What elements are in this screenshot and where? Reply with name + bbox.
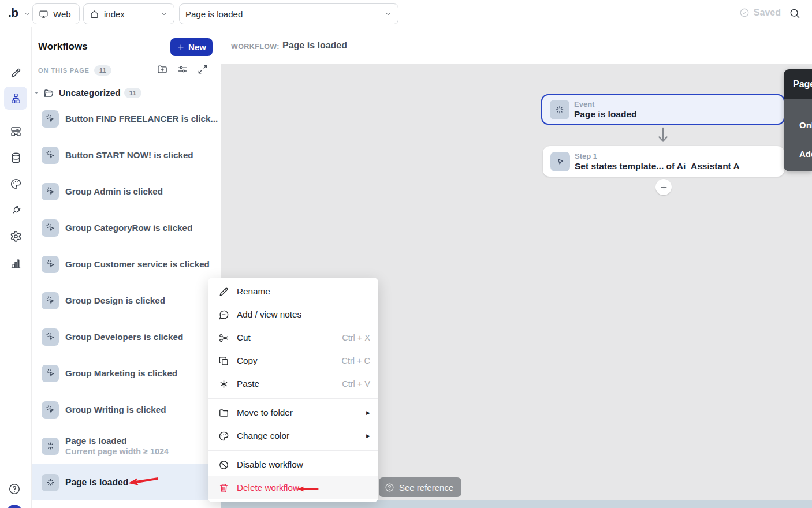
add-step-button[interactable]: [655, 179, 672, 195]
workflow-item[interactable]: Group Writing is clicked: [32, 391, 221, 428]
trash-icon: [218, 483, 229, 494]
rail-item-design[interactable]: [4, 61, 27, 84]
saved-label: Saved: [754, 8, 781, 18]
folder-count-badge: 11: [124, 88, 141, 98]
cursor-click-icon: [42, 147, 59, 164]
property-panel-item[interactable]: Add: [799, 149, 812, 159]
folder-uncategorized[interactable]: Uncategorized 11: [32, 85, 221, 101]
workflow-item[interactable]: Button FIND FREELANCER is click...: [32, 100, 221, 137]
workflow-item[interactable]: Button START NOW! is clicked: [32, 137, 221, 173]
workflow-item[interactable]: Group Admin is clicked: [32, 173, 221, 210]
workflow-item-label: Page is loaded: [65, 477, 128, 488]
menu-item-move-to-folder[interactable]: Move to folder▶: [208, 401, 378, 424]
plug-icon: [10, 204, 22, 216]
platform-dropdown-label: Web: [53, 9, 71, 19]
rail-item-settings[interactable]: [4, 225, 27, 248]
folder-name: Uncategorized: [59, 88, 121, 98]
event-kicker: Event: [574, 100, 637, 109]
pencil-icon: [10, 67, 22, 79]
menu-item-label: Copy: [237, 356, 258, 366]
new-workflow-button[interactable]: New: [170, 38, 213, 56]
gear-icon: [10, 230, 22, 242]
spinner-icon: [42, 474, 59, 491]
panel-tools: [157, 64, 208, 75]
logo-chevron-down-icon[interactable]: [23, 10, 31, 18]
bubble-logo[interactable]: .b: [8, 6, 18, 20]
rail-item-reusable-elements[interactable]: [4, 119, 27, 143]
step-kicker: Step 1: [575, 152, 740, 161]
chevron-down-icon: [160, 10, 168, 18]
cursor-click-icon: [42, 328, 59, 346]
workflow-item-label: Group Admin is clicked: [65, 186, 163, 197]
see-reference-label: See reference: [399, 483, 453, 492]
pencil-icon: [218, 286, 229, 297]
database-icon: [10, 152, 22, 164]
new-folder-button[interactable]: [157, 64, 168, 75]
workflow-item[interactable]: Group Customer service is clicked: [32, 246, 221, 282]
rail-item-styles[interactable]: [4, 172, 27, 195]
sitemap-icon: [10, 92, 22, 104]
page-dropdown[interactable]: index: [83, 3, 174, 24]
menu-item-cut[interactable]: CutCtrl + X: [208, 326, 378, 349]
menu-item-copy[interactable]: CopyCtrl + C: [208, 349, 378, 372]
help-icon[interactable]: [8, 483, 21, 495]
components-icon: [10, 125, 22, 137]
rail-item-plugins[interactable]: [4, 199, 27, 222]
menu-item-label: Cut: [237, 333, 251, 343]
menu-item-shortcut: Ctrl + X: [342, 333, 370, 342]
workflow-item-label: Group Marketing is clicked: [65, 368, 177, 379]
annotation-arrow-delete-workflow: [297, 485, 319, 493]
property-panel-header: Page: [784, 69, 812, 99]
cursor-click-icon: [42, 365, 59, 382]
event-property-panel[interactable]: Page Onl Add: [784, 69, 812, 171]
ban-icon: [218, 460, 229, 470]
cursor-click-icon: [42, 183, 59, 200]
menu-item-change-color[interactable]: Change color▶: [208, 424, 378, 447]
expand-button[interactable]: [197, 64, 208, 75]
step-node[interactable]: Step 1 Set states template... of Ai_Assi…: [543, 146, 784, 177]
plus-icon: [660, 183, 668, 192]
property-panel-title: Page: [793, 79, 812, 89]
workflow-item-label: Group Customer service is clicked: [65, 259, 210, 270]
workflow-item-condition: Current page width ≥ 1024: [65, 446, 169, 457]
panel-title: Workflows: [38, 41, 88, 53]
scope-row: ON THIS PAGE 11: [38, 64, 111, 77]
caret-down-icon: [33, 89, 40, 96]
saved-indicator: Saved: [739, 8, 781, 18]
question-circle-icon: [385, 483, 394, 492]
note-icon: [218, 309, 229, 320]
menu-item-add-view-notes[interactable]: Add / view notes: [208, 303, 378, 326]
left-icon-rail: M: [0, 27, 32, 508]
property-panel-item[interactable]: Onl: [799, 120, 812, 130]
cursor-click-icon: [42, 401, 59, 419]
workflow-item[interactable]: Group CategoryRow is clicked: [32, 210, 221, 246]
menu-item-disable-workflow[interactable]: Disable workflow: [208, 453, 378, 476]
workflow-item-label: Group Writing is clicked: [65, 405, 166, 415]
event-node[interactable]: Event Page is loaded: [541, 94, 785, 125]
menu-item-label: Change color: [237, 431, 289, 441]
workflow-item[interactable]: Group Marketing is clicked: [32, 355, 221, 391]
workflow-item[interactable]: Group Design is clicked: [32, 282, 221, 319]
menu-item-rename[interactable]: Rename: [208, 280, 378, 303]
see-reference-button[interactable]: See reference: [379, 477, 461, 497]
step-title: Set states template... of Ai_Assistant A: [575, 161, 740, 171]
workflow-item-selected[interactable]: Page is loaded: [32, 464, 221, 500]
rail-item-data[interactable]: [4, 146, 27, 169]
platform-dropdown[interactable]: Web: [32, 3, 80, 24]
workflow-dropdown[interactable]: Page is loaded: [179, 3, 398, 24]
search-icon[interactable]: [789, 8, 800, 19]
cursor-click-icon: [42, 110, 59, 128]
workflow-item[interactable]: Page is loadedCurrent page width ≥ 1024: [32, 428, 221, 464]
menu-item-paste[interactable]: PasteCtrl + V: [208, 372, 378, 395]
workflow-item[interactable]: Group Developers is clicked: [32, 319, 221, 355]
rail-item-logs[interactable]: [4, 251, 27, 274]
menu-item-delete-workflow[interactable]: Delete workflow: [208, 476, 378, 499]
top-toolbar: .b Web index Page is loaded Saved: [0, 0, 812, 27]
filter-button[interactable]: [177, 64, 188, 75]
rail-item-workflows[interactable]: [4, 87, 27, 110]
workflow-header-title: Page is loaded: [282, 40, 347, 51]
canvas-header: WORKFLOW: Page is loaded: [221, 27, 812, 64]
chevron-down-icon: [384, 10, 392, 18]
avatar[interactable]: M: [7, 505, 22, 508]
submenu-arrow-icon: ▶: [366, 410, 370, 416]
